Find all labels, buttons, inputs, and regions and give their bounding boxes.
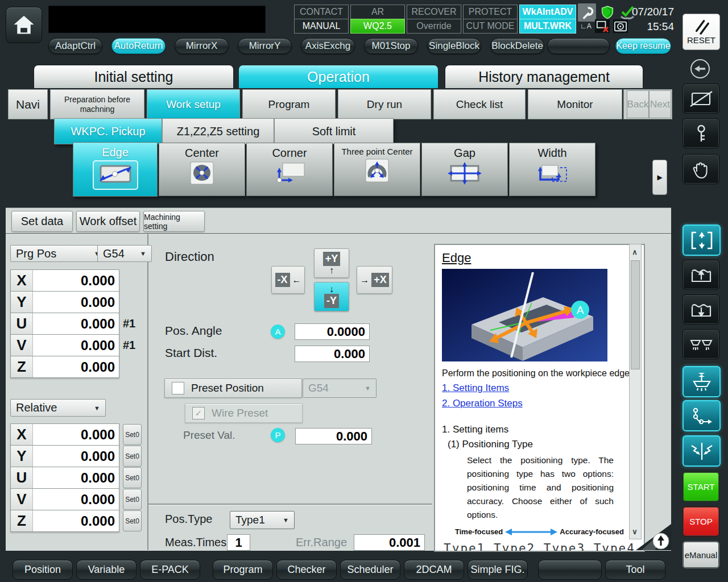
direction-plus-x-button[interactable]: → +X [357,266,392,294]
page-curl-button[interactable] [636,524,671,550]
toggle-adaptctrl[interactable]: AdaptCtrl [48,38,102,54]
set0-button-y[interactable]: Set0 [123,446,142,467]
nav-dry-run[interactable]: Dry run [338,89,431,119]
set0-button-z[interactable]: Set0 [123,510,142,531]
preset-val-input[interactable]: 0.000 [295,428,372,444]
set0-button-x[interactable]: Set0 [123,424,142,445]
pos-type-dropdown[interactable]: Type1 ▼ [230,511,295,529]
subtab-z-setting[interactable]: Z1,Z2,Z5 setting [162,118,274,144]
bottom-2dcam-button[interactable]: 2DCAM [404,560,464,580]
tab-initial-setting[interactable]: Initial setting [34,65,233,88]
mode-edge[interactable]: Edge [73,142,158,197]
home-button[interactable] [6,7,42,43]
bottom-program-button[interactable]: Program [213,560,273,580]
sidebar-manual-hand-button[interactable] [682,154,719,184]
toggle-blank[interactable] [547,38,610,54]
g54-dropdown[interactable]: G54 ▼ [97,245,152,262]
bottom-variable-button[interactable]: Variable [76,560,136,580]
mode-scroll-right-button[interactable]: ▶ [652,160,667,195]
pos-angle-input[interactable]: 0.0000 [295,323,370,340]
prg-pos-dropdown[interactable]: Prg Pos ▼ [10,245,106,262]
preset-position-group[interactable]: Preset Position [164,379,302,398]
toggle-singleblock[interactable]: SingleBlock [427,38,481,54]
setup-tool-button[interactable] [578,3,596,22]
sidebar-workpiece-pickup-button[interactable] [682,225,721,256]
set0-button-u[interactable]: Set0 [123,467,142,488]
help-link-operation-steps[interactable]: 2. Operation Steps [442,398,637,409]
toggle-m01stop[interactable]: M01Stop [364,38,418,54]
toggle-axisexchg[interactable]: AxisExchg [301,38,355,54]
nav-navi[interactable]: Navi [8,89,48,119]
scrollbar-thumb[interactable] [631,260,640,369]
direction-minus-x-button[interactable]: -X ← [271,266,305,294]
help-link-setting-items[interactable]: 1. Setting Items [442,383,637,394]
err-range-input[interactable]: 0.001 [354,534,425,551]
relative-value: Relative [16,401,57,414]
sidebar-flushing-nozzles-button[interactable] [682,329,719,359]
toggle-mirrorx[interactable]: MirrorX [175,38,229,54]
mode-center[interactable]: Center [159,143,245,196]
start-button[interactable]: START [682,472,719,502]
preset-g54-dropdown[interactable]: G54 ▼ [303,379,377,398]
axis-value: 0.000 [32,510,119,531]
nav-program[interactable]: Program [242,89,336,119]
emanual-button[interactable]: eManual [682,541,719,568]
wire-preset-group[interactable]: ✓ Wire Preset [185,404,303,423]
toggle-keep-resume[interactable]: Keep resume [615,38,671,54]
nav-work-setup[interactable]: Work setup [147,89,240,119]
sidebar-tank-drain-button[interactable] [682,294,719,325]
bottom-blank-button[interactable] [538,560,602,580]
nav-preparation[interactable]: Preparation before machning [50,89,144,119]
tab-history-management[interactable]: History management [445,65,643,88]
subtab-soft-limit[interactable]: Soft limit [274,118,394,144]
toggle-blockdelete[interactable]: BlockDelete [490,38,544,54]
sidebar-tank-fill-button[interactable] [682,260,719,290]
subtab-wkpc-pickup[interactable]: WKPC. Pickup [54,118,162,144]
toggle-mirrory[interactable]: MirrorY [238,38,292,54]
reset-button[interactable]: RESET [682,14,720,50]
machining-setting-button[interactable]: Machining setting [143,211,205,232]
nav-check-list[interactable]: Check list [433,89,526,119]
set-data-button[interactable]: Set data [11,211,73,232]
sidebar-screen-off-button[interactable] [682,84,719,114]
preset-position-checkbox[interactable] [172,382,184,394]
toggle-autoreturn[interactable]: AutoReturn [111,38,166,54]
direction-minus-y-button[interactable]: ↓ -Y [314,282,349,311]
sidebar-discharge-button[interactable] [682,435,721,467]
bottom-tool-button[interactable]: Tool [605,560,665,580]
meas-times-input[interactable]: 1 [227,534,250,551]
bottom-checker-button[interactable]: Checker [276,560,337,580]
status-wkaintadv-label: WkAIntADV [523,7,573,17]
sidebar-wire-threading-button[interactable] [682,400,721,431]
v-axis-tag: #1 [123,339,135,352]
help-scrollbar[interactable]: ∧ ∨ [629,244,642,539]
mode-gap[interactable]: Gap [421,143,508,196]
nav-next-button[interactable]: Next [649,90,671,118]
preset-position-label: Preset Position [191,382,264,394]
mode-three-point-center[interactable]: Three point Center [334,143,420,196]
sidebar-jet-flush-button[interactable] [682,366,721,397]
nav-back-button[interactable]: Back [627,90,649,118]
mode-width[interactable]: Width [509,143,595,196]
tab-operation[interactable]: Operation [239,65,438,88]
mode-corner[interactable]: Corner [246,143,333,196]
stop-button[interactable]: STOP [682,506,719,537]
work-offset-button[interactable]: Work offset [76,211,140,232]
gap-pickup-icon [446,161,483,186]
wire-preset-checkbox[interactable]: ✓ [192,407,205,419]
circle-back-icon [690,59,710,79]
bottom-simple-fig-button[interactable]: Simple FIG. [468,560,528,580]
nav-monitor[interactable]: Monitor [528,89,622,119]
bottom-scheduler-button[interactable]: Scheduler [340,560,400,580]
sidebar-key-lock-button[interactable] [682,118,719,148]
status-manual-label: MANUAL [303,21,341,31]
relative-dropdown[interactable]: Relative ▼ [10,399,106,417]
bottom-position-button[interactable]: Position [13,560,73,580]
bottom-epack-button[interactable]: E-PACK [140,560,200,580]
sidebar-back-button[interactable] [690,59,710,79]
start-dist-input[interactable]: 0.000 [295,346,370,362]
scroll-up-button[interactable]: ∧ [630,246,640,258]
direction-plus-y-button[interactable]: +Y ↑ [314,248,349,278]
set0-button-v[interactable]: Set0 [123,489,142,510]
message-display [48,6,266,33]
